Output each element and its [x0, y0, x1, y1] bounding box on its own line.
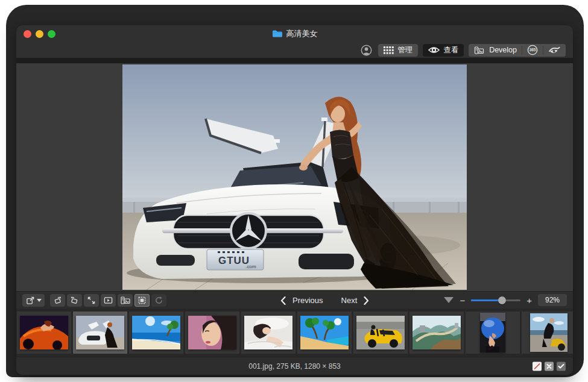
chevron-left-icon[interactable]	[280, 296, 286, 305]
minimize-button[interactable]	[36, 30, 43, 38]
tag-icons	[533, 362, 566, 371]
folder-icon	[272, 30, 283, 38]
traffic-lights	[24, 25, 55, 42]
thumbnail-orange-supercar[interactable]	[17, 312, 71, 354]
zoom-slider[interactable]	[471, 296, 520, 304]
slideshow-button[interactable]	[101, 294, 116, 307]
plate-subtext: .com	[245, 264, 256, 269]
untag-button[interactable]	[545, 362, 554, 371]
resize-button[interactable]	[84, 294, 99, 307]
rotate-left-icon	[70, 296, 79, 305]
eye-icon	[428, 46, 440, 54]
thumbnail-great-wall-painting[interactable]	[409, 312, 464, 354]
zoom-percent-box[interactable]: 92%	[538, 294, 567, 306]
share-export-button[interactable]	[22, 294, 45, 307]
thumbnail-yellow-camaro[interactable]	[353, 312, 408, 354]
develop-label[interactable]: Develop	[489, 46, 517, 54]
zoom-slider-thumb[interactable]	[498, 296, 506, 304]
365-badge-icon[interactable]: 365	[527, 45, 538, 55]
resize-arrows-icon	[87, 296, 96, 305]
file-info-text: 001.jpg, 275 KB, 1280 × 853	[248, 362, 340, 371]
zoom-in-button[interactable]: +	[526, 296, 532, 305]
next-button[interactable]: Next	[341, 296, 358, 305]
zoom-slider-fill	[471, 299, 502, 301]
view-toolbar: Previous Next − + 92%	[16, 291, 573, 308]
select-marquee-button[interactable]	[134, 294, 150, 307]
status-bar: 001.jpg, 275 KB, 1280 × 853	[16, 357, 573, 375]
toolbar-divider-band	[16, 58, 573, 63]
marquee-icon	[138, 296, 147, 305]
image-navigation: Previous Next	[280, 292, 369, 309]
reject-tag-button[interactable]	[533, 362, 542, 371]
divider	[543, 46, 543, 55]
window-title-area: 高清美女	[272, 28, 318, 39]
mode-toolbar: 管理 查看 Develop	[16, 42, 573, 58]
sync-refresh-icon	[154, 296, 163, 305]
close-button[interactable]	[24, 30, 31, 38]
365-badge-label: 365	[530, 48, 536, 52]
account-button[interactable]	[361, 45, 372, 56]
thumbnail-beach-lagoon[interactable]	[129, 312, 183, 354]
titlebar: 高清美女	[16, 25, 573, 42]
mode-view-label: 查看	[443, 45, 458, 55]
chevron-right-icon[interactable]	[364, 296, 369, 305]
mode-view-button[interactable]: 查看	[423, 44, 464, 57]
quick-view-eye-icon[interactable]	[548, 46, 560, 54]
divider	[522, 46, 522, 55]
thumbnail-beach-palms[interactable]	[297, 312, 352, 354]
thumbnail-white-sls-selected[interactable]	[73, 312, 127, 354]
develop-button-group: Develop 365	[469, 44, 566, 57]
batch-develop-icon	[121, 296, 130, 305]
batch-develop-button[interactable]	[118, 294, 133, 307]
mode-manage-button[interactable]: 管理	[378, 44, 418, 57]
fullscreen-button[interactable]	[48, 30, 55, 38]
sync-button[interactable]	[151, 294, 166, 307]
mode-manage-label: 管理	[397, 45, 413, 55]
main-photo[interactable]: GTUU .com	[122, 64, 467, 290]
app-window: 高清美女 管理	[16, 25, 573, 375]
develop-icon	[474, 46, 484, 55]
check-icon	[558, 363, 564, 369]
rotate-right-icon	[53, 296, 62, 305]
zoom-controls: − + 92%	[444, 294, 567, 306]
filmstrip-collapse-triangle[interactable]	[444, 297, 454, 303]
window-title: 高清美女	[286, 28, 318, 39]
thumbnail-woman-portrait[interactable]	[185, 312, 239, 354]
plate-text: GTUU	[218, 255, 250, 266]
thumbnail-woman-on-bed[interactable]	[241, 312, 296, 354]
viewer-area: GTUU .com	[16, 63, 573, 291]
red-slash-icon	[533, 362, 541, 370]
previous-button[interactable]: Previous	[292, 296, 323, 305]
chevron-down-icon	[37, 299, 42, 302]
x-icon	[546, 363, 552, 369]
rotate-right-button[interactable]	[50, 294, 65, 307]
export-icon	[26, 296, 35, 305]
rotate-left-button[interactable]	[67, 294, 82, 307]
tag-button[interactable]	[557, 362, 566, 371]
thumbnail-blue-car-model[interactable]	[466, 312, 520, 354]
grid-icon	[384, 46, 394, 54]
zoom-out-button[interactable]: −	[460, 296, 465, 305]
thumbnail-motorcycle-model[interactable]	[522, 312, 573, 354]
desktop-background: 高清美女 管理	[0, 0, 588, 382]
slideshow-play-icon	[104, 296, 113, 305]
license-plate: GTUU .com	[207, 249, 264, 270]
user-avatar-icon	[361, 45, 372, 56]
thumbnail-filmstrip	[16, 308, 573, 357]
